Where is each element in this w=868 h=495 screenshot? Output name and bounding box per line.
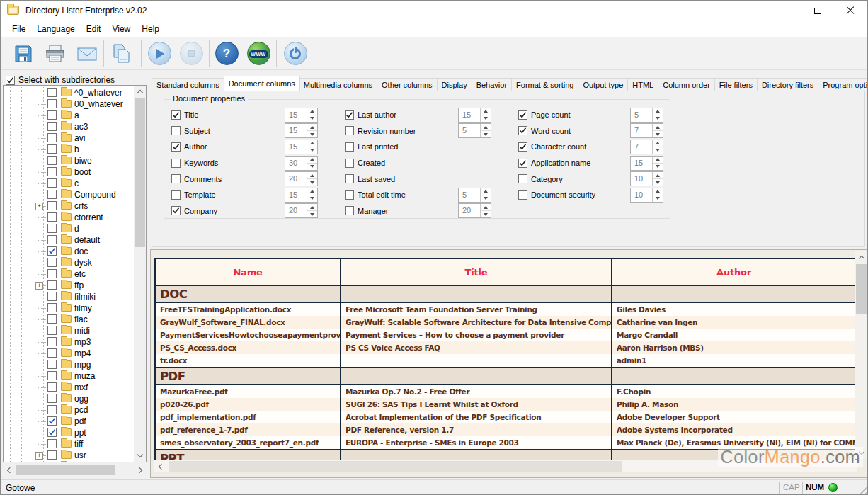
- select-subdirs-checkbox[interactable]: [6, 76, 15, 85]
- width-spinner[interactable]: 20: [285, 171, 318, 186]
- doc-prop-checkbox[interactable]: [171, 174, 181, 183]
- doc-prop-checkbox[interactable]: [345, 142, 354, 152]
- spinner-up-icon[interactable]: [307, 157, 317, 164]
- width-spinner[interactable]: 15: [285, 108, 318, 123]
- tree-item-checkbox[interactable]: [47, 144, 57, 154]
- doc-prop-checkbox[interactable]: [345, 110, 354, 120]
- tab-file-filters[interactable]: File filters: [715, 78, 758, 91]
- tree-horizontal-scrollbar[interactable]: [3, 464, 147, 476]
- spinner-down-icon[interactable]: [481, 195, 491, 202]
- tree-item-checkbox[interactable]: [47, 428, 57, 437]
- spinner-up-icon[interactable]: [481, 204, 491, 211]
- tab-directory-filters[interactable]: Directory filters: [758, 78, 818, 91]
- tree-hscroll-thumb[interactable]: [16, 465, 115, 475]
- tree-item-checkbox[interactable]: [47, 326, 57, 335]
- tree-item[interactable]: a: [4, 110, 134, 121]
- spinner-up-icon[interactable]: [307, 108, 317, 115]
- width-spinner[interactable]: 15: [285, 140, 318, 154]
- tree-item[interactable]: filmy: [4, 302, 134, 314]
- tree-item[interactable]: mpg: [4, 359, 134, 370]
- expand-plus-icon[interactable]: +: [35, 452, 43, 460]
- spinner-down-icon[interactable]: [481, 115, 491, 122]
- tree-item[interactable]: mxf: [4, 382, 134, 393]
- tree-item-checkbox[interactable]: [47, 88, 57, 97]
- tree-item[interactable]: d: [4, 223, 134, 234]
- spinner-up-icon[interactable]: [653, 108, 663, 115]
- www-button[interactable]: WWW: [244, 39, 273, 68]
- doc-prop-checkbox[interactable]: [518, 126, 527, 135]
- tree-item[interactable]: ^0_whatever: [4, 87, 134, 98]
- tree-item-checkbox[interactable]: [47, 258, 57, 267]
- tree-item[interactable]: avi: [4, 132, 134, 144]
- tree-item-checkbox[interactable]: [47, 201, 57, 210]
- scroll-up-icon[interactable]: [134, 86, 146, 98]
- tree-item[interactable]: boot: [4, 166, 134, 178]
- spinner-down-icon[interactable]: [307, 195, 317, 202]
- doc-prop-checkbox[interactable]: [171, 142, 181, 152]
- scroll-right-icon[interactable]: [135, 464, 147, 476]
- tree-item-checkbox[interactable]: [47, 280, 57, 290]
- doc-prop-checkbox[interactable]: [345, 159, 354, 168]
- email-button[interactable]: [72, 39, 102, 68]
- spinner-up-icon[interactable]: [307, 124, 317, 131]
- maximize-button[interactable]: [801, 0, 834, 21]
- spinner-down-icon[interactable]: [653, 179, 663, 186]
- tab-multimedia-columns[interactable]: Multimedia columns: [299, 78, 377, 91]
- save-button[interactable]: [8, 39, 38, 68]
- spinner-up-icon[interactable]: [307, 188, 317, 195]
- tab-column-order[interactable]: Column order: [658, 78, 715, 91]
- tree-item[interactable]: [4, 461, 134, 462]
- resize-grip[interactable]: [857, 484, 867, 494]
- width-spinner[interactable]: 15: [458, 108, 491, 123]
- tree-item-checkbox[interactable]: [47, 190, 57, 199]
- copy-button[interactable]: [106, 39, 136, 68]
- tab-html[interactable]: HTML: [628, 78, 658, 91]
- menu-file[interactable]: File: [6, 23, 31, 35]
- width-spinner[interactable]: 20: [285, 203, 318, 218]
- tree-item-checkbox[interactable]: [47, 314, 57, 324]
- minimize-button[interactable]: [769, 0, 801, 21]
- tree-item-checkbox[interactable]: [47, 382, 57, 392]
- spinner-down-icon[interactable]: [307, 147, 317, 154]
- preview-vscroll-thumb[interactable]: [856, 264, 867, 314]
- width-spinner[interactable]: 7: [630, 123, 663, 138]
- doc-prop-checkbox[interactable]: [171, 110, 181, 120]
- tree-item[interactable]: tiff: [4, 438, 134, 450]
- tree-item-checkbox[interactable]: [47, 167, 57, 176]
- width-spinner[interactable]: 15: [285, 123, 318, 138]
- tree-item-checkbox[interactable]: [47, 348, 57, 358]
- tree-item-checkbox[interactable]: [47, 156, 57, 165]
- width-spinner[interactable]: 20: [458, 203, 491, 218]
- tree-item[interactable]: ac3: [4, 121, 134, 132]
- tree-item-checkbox[interactable]: [47, 235, 57, 244]
- tree-item-checkbox[interactable]: [47, 360, 57, 369]
- tree-vscroll-thumb[interactable]: [135, 98, 145, 247]
- tree-item-checkbox[interactable]: [47, 337, 57, 346]
- expand-plus-icon[interactable]: +: [35, 282, 43, 290]
- tree-item-checkbox[interactable]: [47, 122, 57, 131]
- spinner-down-icon[interactable]: [307, 164, 317, 170]
- spinner-up-icon[interactable]: [481, 124, 491, 131]
- tree-item[interactable]: pcd: [4, 404, 134, 416]
- spinner-down-icon[interactable]: [653, 131, 663, 137]
- menu-edit[interactable]: Edit: [81, 23, 107, 35]
- tree-item[interactable]: etc: [4, 268, 134, 280]
- spinner-down-icon[interactable]: [307, 211, 317, 217]
- power-button[interactable]: [280, 39, 310, 68]
- tree-item[interactable]: mp3: [4, 336, 134, 348]
- spinner-down-icon[interactable]: [653, 195, 663, 202]
- spinner-down-icon[interactable]: [307, 115, 317, 122]
- scroll-up-icon[interactable]: [855, 251, 867, 263]
- width-spinner[interactable]: 30: [285, 156, 318, 171]
- tab-standard-columns[interactable]: Standard columns: [152, 78, 224, 91]
- tree-item[interactable]: pdf: [4, 416, 134, 427]
- tree-item[interactable]: dysk: [4, 257, 134, 268]
- start-button[interactable]: [144, 39, 174, 68]
- width-spinner[interactable]: 10: [630, 171, 663, 186]
- doc-prop-checkbox[interactable]: [518, 142, 527, 152]
- tree-item-checkbox[interactable]: [47, 405, 57, 414]
- tree-item[interactable]: midi: [4, 325, 134, 336]
- spinner-down-icon[interactable]: [307, 179, 317, 186]
- tree-item-checkbox[interactable]: [47, 371, 57, 380]
- doc-prop-checkbox[interactable]: [345, 174, 354, 183]
